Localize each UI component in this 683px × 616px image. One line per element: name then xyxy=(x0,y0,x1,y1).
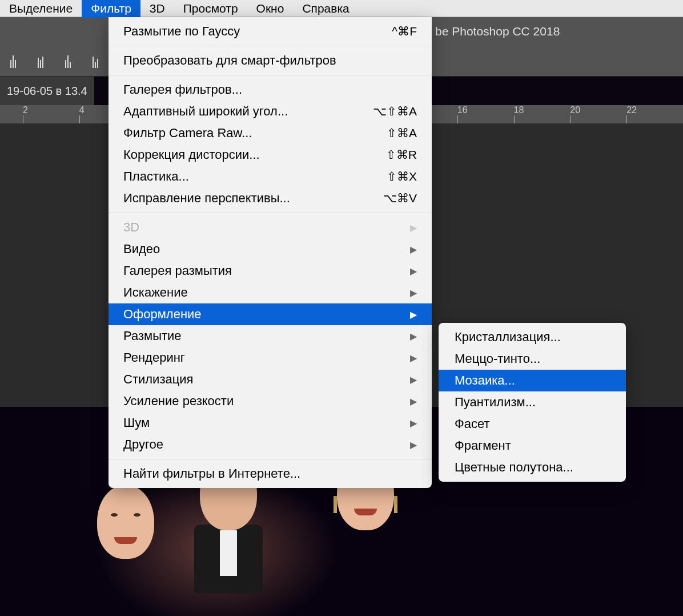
align-icon[interactable] xyxy=(87,54,104,68)
menu-item-label: Мозаика... xyxy=(455,373,610,388)
submenu-arrow-icon: ▶ xyxy=(410,222,417,233)
pixelate-submenu: Кристаллизация... Меццо-тинто... Мозаика… xyxy=(439,323,626,482)
menu-item-blur[interactable]: Размытие ▶ xyxy=(109,325,432,347)
submenu-item-mosaic[interactable]: Мозаика... xyxy=(439,370,626,391)
menu-item-label: Рендеринг xyxy=(123,350,410,365)
menu-item-other[interactable]: Другое ▶ xyxy=(109,434,432,455)
submenu-item-fragment[interactable]: Фрагмент xyxy=(439,435,626,457)
submenu-item-crystallize[interactable]: Кристаллизация... xyxy=(439,326,626,348)
menu-item-label: Фасет xyxy=(455,417,610,431)
menu-item-camera-raw[interactable]: Фильтр Camera Raw... ⇧⌘A xyxy=(109,122,432,144)
menu-item-adaptive-wide-angle[interactable]: Адаптивный широкий угол... ⌥⇧⌘A xyxy=(109,101,432,122)
submenu-arrow-icon: ▶ xyxy=(410,331,417,342)
menu-item-label: Пуантилизм... xyxy=(455,395,610,410)
menu-item-vanishing-point[interactable]: Исправление перспективы... ⌥⌘V xyxy=(109,187,432,209)
menu-item-label: Исправление перспективы... xyxy=(123,191,383,206)
menu-item-last-filter[interactable]: Размытие по Гауссу ^⌘F xyxy=(109,21,432,42)
menu-item-label: Найти фильтры в Интернете... xyxy=(123,466,417,481)
menu-filter[interactable]: Фильтр xyxy=(82,0,140,18)
submenu-item-facet[interactable]: Фасет xyxy=(439,413,626,435)
submenu-arrow-icon: ▶ xyxy=(410,287,417,298)
ruler-tick: 20 xyxy=(570,105,626,115)
menu-item-label: Другое xyxy=(123,437,410,452)
submenu-arrow-icon: ▶ xyxy=(410,353,417,363)
menu-shortcut: ⇧⌘R xyxy=(386,148,417,162)
menu-item-label: Кристаллизация... xyxy=(455,330,610,345)
menu-bar: Выделение Фильтр 3D Просмотр Окно Справк… xyxy=(0,0,683,17)
ruler-tick: 18 xyxy=(514,105,570,115)
menu-item-label: Коррекция дисторсии... xyxy=(123,147,386,162)
menu-item-render[interactable]: Рендеринг ▶ xyxy=(109,347,432,369)
submenu-item-color-halftone[interactable]: Цветные полутона... xyxy=(439,457,626,478)
menu-item-filter-gallery[interactable]: Галерея фильтров... xyxy=(109,79,432,101)
menu-item-label: Шум xyxy=(123,415,410,430)
ruler-tick: 2 xyxy=(23,105,79,115)
menu-item-label: Стилизация xyxy=(123,372,410,387)
submenu-item-mezzotint[interactable]: Меццо-тинто... xyxy=(439,348,626,370)
menu-item-liquify[interactable]: Пластика... ⇧⌘X xyxy=(109,166,432,187)
document-tab-label: 19-06-05 в 13.4 xyxy=(7,85,87,98)
submenu-arrow-icon: ▶ xyxy=(410,244,417,255)
align-icon[interactable] xyxy=(59,54,77,68)
menu-item-distort[interactable]: Искажение ▶ xyxy=(109,282,432,303)
menu-item-label: Искажение xyxy=(123,285,410,300)
menu-item-lens-correction[interactable]: Коррекция дисторсии... ⇧⌘R xyxy=(109,144,432,166)
menu-shortcut: ^⌘F xyxy=(392,25,417,38)
photo-person xyxy=(80,485,171,616)
menu-item-convert-smart[interactable]: Преобразовать для смарт-фильтров xyxy=(109,50,432,71)
submenu-arrow-icon: ▶ xyxy=(410,266,417,277)
menu-shortcut: ⇧⌘A xyxy=(387,126,417,140)
menu-item-sharpen[interactable]: Усиление резкости ▶ xyxy=(109,390,432,412)
menu-3d[interactable]: 3D xyxy=(140,0,174,18)
menu-separator xyxy=(109,213,432,213)
document-tab[interactable]: 19-06-05 в 13.4 xyxy=(0,77,94,105)
menu-separator xyxy=(109,46,432,46)
menu-view[interactable]: Просмотр xyxy=(174,0,247,18)
align-icon[interactable] xyxy=(5,54,22,68)
menu-shortcut: ⇧⌘X xyxy=(387,170,417,183)
submenu-arrow-icon: ▶ xyxy=(410,309,417,320)
menu-item-blur-gallery[interactable]: Галерея размытия ▶ xyxy=(109,260,432,282)
menu-item-label: 3D xyxy=(123,220,410,235)
menu-item-label: Фрагмент xyxy=(455,438,610,453)
menu-item-label: Размытие xyxy=(123,329,410,343)
menu-item-label: Размытие по Гауссу xyxy=(123,24,392,39)
ruler-tick: 22 xyxy=(626,105,683,115)
menu-item-browse-online[interactable]: Найти фильтры в Интернете... xyxy=(109,463,432,485)
filter-dropdown: Размытие по Гауссу ^⌘F Преобразовать для… xyxy=(109,17,432,488)
menu-item-label: Галерея фильтров... xyxy=(123,82,417,97)
menu-item-label: Видео xyxy=(123,242,410,257)
menu-shortcut: ⌥⇧⌘A xyxy=(373,105,417,118)
menu-item-video[interactable]: Видео ▶ xyxy=(109,238,432,260)
submenu-arrow-icon: ▶ xyxy=(410,396,417,407)
submenu-arrow-icon: ▶ xyxy=(410,439,417,450)
menu-item-label: Преобразовать для смарт-фильтров xyxy=(123,53,417,68)
menu-item-stylize[interactable]: Стилизация ▶ xyxy=(109,369,432,390)
submenu-arrow-icon: ▶ xyxy=(410,418,417,429)
submenu-arrow-icon: ▶ xyxy=(410,374,417,385)
submenu-item-pointillize[interactable]: Пуантилизм... xyxy=(439,391,626,413)
menu-item-label: Пластика... xyxy=(123,169,387,184)
align-icon[interactable] xyxy=(32,54,49,68)
menu-shortcut: ⌥⌘V xyxy=(383,191,417,205)
menu-separator xyxy=(109,459,432,459)
window-title: be Photoshop CC 2018 xyxy=(435,25,560,38)
menu-item-label: Фильтр Camera Raw... xyxy=(123,126,387,141)
menu-item-label: Цветные полутона... xyxy=(455,460,610,475)
menu-help[interactable]: Справка xyxy=(293,0,358,18)
ruler-tick: 16 xyxy=(457,105,514,115)
menu-item-label: Галерея размытия xyxy=(123,263,410,278)
menu-item-label: Меццо-тинто... xyxy=(455,351,610,366)
menu-item-pixelate[interactable]: Оформление ▶ xyxy=(109,303,432,325)
menu-item-label: Адаптивный широкий угол... xyxy=(123,104,373,119)
menu-separator xyxy=(109,75,432,75)
menu-item-label: Оформление xyxy=(123,307,410,322)
menu-item-noise[interactable]: Шум ▶ xyxy=(109,412,432,434)
menu-item-label: Усиление резкости xyxy=(123,394,410,409)
menu-window[interactable]: Окно xyxy=(247,0,294,18)
menu-item-3d: 3D ▶ xyxy=(109,217,432,238)
menu-selection[interactable]: Выделение xyxy=(0,0,82,18)
